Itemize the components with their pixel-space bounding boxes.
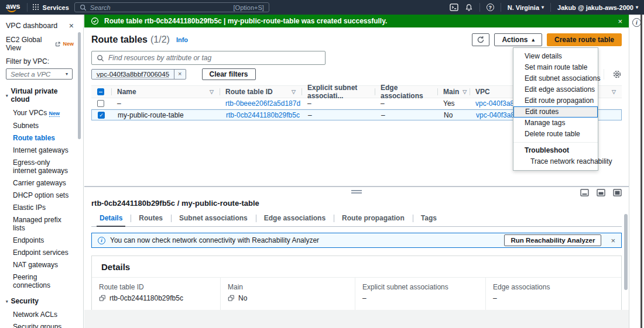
preferences-gear-icon[interactable] [612, 70, 622, 79]
column-header-name[interactable]: Name▽ [111, 86, 220, 98]
reachability-info-banner: i You can now check network connectivity… [91, 233, 622, 248]
tab-route-propagation[interactable]: Route propagation [334, 212, 413, 226]
chevron-down-icon: ▾ [6, 94, 8, 98]
sidebar-item-security-groups[interactable]: Security groups [13, 323, 74, 328]
copy-icon[interactable] [99, 295, 106, 302]
tab-details[interactable]: Details [91, 212, 131, 226]
services-grid-icon [33, 4, 39, 11]
menu-item-set-main-route-table[interactable]: Set main route table [513, 62, 598, 73]
sort-icon: ▽ [608, 89, 616, 95]
cell-main: No [438, 111, 470, 119]
search-shortcut: [Option+S] [234, 4, 264, 11]
select-all-checkbox[interactable] [97, 88, 104, 95]
tab-routes[interactable]: Routes [131, 212, 171, 226]
tab-edge-associations[interactable]: Edge associations [256, 212, 334, 226]
tab-subnet-associations[interactable]: Subnet associations [171, 212, 256, 226]
panel-size-half-icon[interactable] [597, 189, 605, 196]
menu-item-trace-network-reachability[interactable]: Trace network reachability [513, 156, 598, 167]
resource-count: (1/2) [150, 34, 170, 45]
sidebar-item-subnets[interactable]: Subnets [13, 122, 74, 130]
region-selector[interactable]: N. Virginia ▾ [508, 4, 544, 11]
sidebar-item-elastic-ips[interactable]: Elastic IPs [13, 203, 74, 212]
actions-dropdown-menu: View details Set main route table Edit s… [513, 47, 598, 171]
menu-item-edit-routes[interactable]: Edit routes [513, 106, 598, 118]
flash-message: Route table rtb-0cb2441180b29fb5c | my-p… [104, 17, 612, 25]
column-header-edge-associations[interactable]: Edge associations [375, 86, 437, 98]
services-button[interactable]: Services [33, 4, 69, 11]
refresh-button[interactable] [472, 33, 489, 46]
sidebar-item-internet-gateways[interactable]: Internet gateways [13, 146, 74, 154]
close-icon[interactable]: × [174, 70, 185, 79]
select-all-header[interactable] [91, 86, 111, 98]
create-route-table-button[interactable]: Create route table [547, 33, 622, 46]
field-value: – [493, 294, 497, 302]
split-panel-drag-handle[interactable] [351, 190, 362, 194]
search-icon [97, 54, 104, 62]
row-checkbox[interactable]: ✓ [98, 112, 105, 119]
menu-item-edit-edge-associations[interactable]: Edit edge associations [513, 84, 598, 95]
nav-divider [501, 3, 501, 12]
info-panel-icon[interactable]: i [632, 18, 641, 27]
notifications-bell-icon[interactable] [465, 4, 473, 12]
find-resources-input[interactable]: Find resources by attribute or tag [91, 51, 326, 65]
chevron-down-icon: ▾ [542, 5, 544, 10]
sort-icon: ▽ [459, 89, 467, 95]
sidebar-item-nat-gateways[interactable]: NAT gateways [13, 261, 74, 269]
vpc-select[interactable]: Select a VPC ▾ [6, 68, 73, 80]
external-link-icon [55, 41, 61, 47]
section-security[interactable]: ▾ Security [6, 297, 74, 305]
route-table-id-link[interactable]: rtb-0cb2441180b29fb5c [226, 111, 300, 119]
route-table-id-link[interactable]: rtb-0beee206f2a5d187d [225, 99, 300, 108]
help-icon[interactable]: ? [487, 4, 494, 11]
clear-filters-button[interactable]: Clear filters [202, 68, 256, 80]
cloudshell-icon[interactable] [450, 4, 458, 11]
menu-item-edit-subnet-associations[interactable]: Edit subnet associations [513, 73, 598, 84]
column-header-explicit-subnet-associations[interactable]: Explicit subnet associati... [302, 86, 375, 98]
sidebar-item-endpoints[interactable]: Endpoints [13, 236, 74, 244]
copy-icon[interactable] [228, 295, 235, 302]
menu-item-manage-tags[interactable]: Manage tags [513, 118, 598, 129]
sidebar-item-ec2-global-view[interactable]: EC2 Global View New [6, 36, 74, 52]
new-badge: New [49, 111, 60, 117]
sidebar-item-carrier-gateways[interactable]: Carrier gateways [13, 179, 74, 187]
sidebar-item-your-vpcs[interactable]: Your VPCs New [13, 109, 74, 118]
column-header-route-table-id[interactable]: Route table ID▽ [220, 86, 302, 98]
sidebar-title[interactable]: VPC dashboard [6, 22, 57, 30]
sidebar-item-route-tables[interactable]: Route tables [13, 134, 74, 142]
actions-button[interactable]: Actions ▴ [494, 33, 542, 46]
sidebar-item-egress-only-internet-gateways[interactable]: Egress-only internet gateways [13, 158, 74, 175]
chevron-down-icon: ▾ [66, 72, 68, 77]
split-panel-scrollbar[interactable] [624, 214, 628, 290]
sidebar-item-peering-connections[interactable]: Peering connections [13, 273, 74, 289]
nav-divider [27, 3, 28, 12]
column-header-main[interactable]: Main▽ [437, 86, 470, 98]
section-virtual-private-cloud[interactable]: ▾ Virtual private cloud [6, 87, 74, 103]
divider [604, 69, 604, 80]
close-icon[interactable]: × [618, 18, 622, 25]
aws-logo[interactable]: aws [6, 2, 22, 13]
row-checkbox[interactable] [97, 100, 104, 107]
sort-icon: ▽ [206, 89, 214, 95]
sidebar-item-network-acls[interactable]: Network ACLs [13, 310, 74, 319]
menu-group-troubleshoot[interactable]: Troubleshoot [513, 145, 598, 156]
menu-item-edit-route-propagation[interactable]: Edit route propagation [513, 95, 598, 106]
window-scrollbar[interactable] [640, 15, 642, 328]
tab-tags[interactable]: Tags [413, 212, 445, 226]
sidebar-item-managed-prefix-lists[interactable]: Managed prefix lists [13, 216, 74, 232]
panel-size-full-icon[interactable] [613, 189, 622, 196]
sidebar-item-dhcp-option-sets[interactable]: DHCP option sets [13, 191, 74, 199]
info-link[interactable]: Info [176, 36, 188, 43]
page-title: Route tables [91, 34, 148, 45]
panel-position-bottom-icon[interactable] [580, 189, 589, 196]
run-reachability-analyzer-button[interactable]: Run Reachability Analyzer [504, 234, 601, 246]
chevron-down-icon: ▾ [636, 5, 638, 10]
cell-main: Yes [437, 99, 470, 108]
account-menu[interactable]: Jakub @ jakub-aws-2000 ▾ [557, 4, 638, 11]
menu-item-delete-route-table[interactable]: Delete route table [513, 129, 598, 140]
sidebar-scrollbar[interactable] [78, 32, 81, 139]
menu-item-view-details[interactable]: View details [513, 51, 598, 62]
sidebar-item-endpoint-services[interactable]: Endpoint services [13, 248, 74, 257]
global-search-input[interactable]: Search [Option+S] [74, 2, 269, 12]
close-icon[interactable]: × [611, 236, 615, 245]
close-icon[interactable]: × [69, 22, 74, 30]
